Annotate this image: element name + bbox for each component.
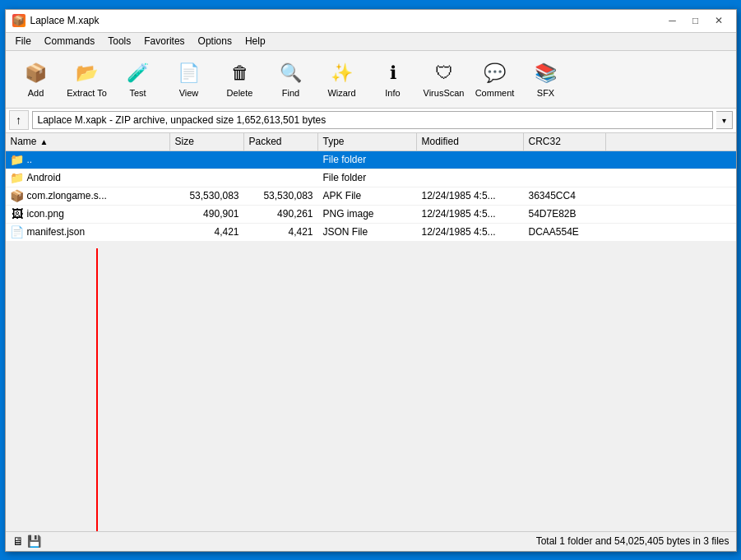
file-type-icon: 📄	[11, 225, 24, 238]
toolbar-icon-info: ℹ	[380, 60, 406, 86]
menu-item-favorites[interactable]: Favorites	[137, 34, 191, 49]
minimize-button[interactable]: ─	[662, 12, 683, 29]
file-data-cell	[524, 176, 606, 179]
file-name-cell: 📦com.zlongame.s...	[6, 187, 170, 204]
toolbar-icon-view: 📄	[176, 60, 202, 86]
toolbar-btn-test[interactable]: 🧪Test	[114, 54, 162, 104]
status-bar: 🖥 💾 Total 1 folder and 54,025,405 bytes …	[6, 531, 736, 551]
col-header-size[interactable]: Size	[170, 133, 244, 150]
menu-bar: FileCommandsToolsFavoritesOptionsHelp	[6, 33, 736, 51]
toolbar-btn-wizard[interactable]: ✨Wizard	[318, 54, 366, 104]
title-bar-left: 📦 Laplace M.xapk	[12, 14, 100, 27]
toolbar-icon-wizard: ✨	[329, 60, 355, 86]
toolbar-icon-add: 📦	[23, 60, 49, 86]
menu-item-options[interactable]: Options	[192, 34, 239, 49]
toolbar-label-delete: Delete	[227, 88, 253, 98]
file-data-cell: JSON File	[318, 224, 417, 239]
menu-item-tools[interactable]: Tools	[101, 34, 137, 49]
toolbar-label-sfx: SFX	[537, 88, 554, 98]
toolbar-btn-info[interactable]: ℹInfo	[369, 54, 417, 104]
file-type-icon: 📦	[11, 189, 24, 202]
menu-item-help[interactable]: Help	[239, 34, 272, 49]
toolbar-btn-view[interactable]: 📄View	[165, 54, 213, 104]
file-name-cell: 📁..	[6, 151, 170, 168]
title-controls: ─ □ ✕	[662, 12, 729, 29]
file-data-cell: 54D7E82B	[524, 206, 606, 221]
toolbar-icon-test: 🧪	[125, 60, 151, 86]
drive-icon: 💾	[27, 535, 41, 548]
file-data-cell: File folder	[318, 170, 417, 185]
toolbar-btn-add[interactable]: 📦Add	[12, 54, 60, 104]
col-header-name[interactable]: Name▲	[6, 133, 170, 150]
status-icons: 🖥 💾	[12, 535, 41, 548]
toolbar-label-comment: Comment	[475, 88, 515, 98]
toolbar-label-virusscan: VirusScan	[424, 88, 465, 98]
menu-item-file[interactable]: File	[9, 34, 38, 49]
file-data-cell: 36345CC4	[524, 188, 606, 203]
app-icon: 📦	[12, 14, 25, 27]
toolbar-btn-delete[interactable]: 🗑Delete	[216, 54, 264, 104]
window-title: Laplace M.xapk	[30, 15, 100, 26]
file-list: Name▲SizePackedTypeModifiedCRC32 📁..File…	[6, 133, 736, 242]
toolbar-icon-extract-to: 📂	[74, 60, 100, 86]
file-row[interactable]: 🖼icon.png490,901490,261PNG image12/24/19…	[6, 206, 736, 224]
address-dropdown[interactable]: ▾	[716, 111, 733, 129]
toolbar-label-extract-to: Extract To	[67, 88, 107, 98]
toolbar-btn-extract-to[interactable]: 📂Extract To	[63, 54, 111, 104]
file-name-cell: 📄manifest.json	[6, 224, 170, 240]
toolbar-label-info: Info	[385, 88, 400, 98]
toolbar-btn-find[interactable]: 🔍Find	[267, 54, 315, 104]
file-data-cell: 12/24/1985 4:5...	[417, 206, 524, 221]
title-bar: 📦 Laplace M.xapk ─ □ ✕	[6, 10, 736, 33]
file-data-cell	[170, 158, 244, 161]
file-data-cell: File folder	[318, 152, 417, 167]
close-button[interactable]: ✕	[708, 12, 729, 29]
file-data-cell: DCAA554E	[524, 224, 606, 239]
col-header-packed[interactable]: Packed	[244, 133, 318, 150]
file-type-icon: 📁	[11, 153, 24, 166]
file-rows: 📁..File folder📁AndroidFile folder📦com.zl…	[6, 151, 736, 242]
file-type-icon: 📁	[11, 171, 24, 184]
file-name-cell: 📁Android	[6, 169, 170, 186]
up-button[interactable]: ↑	[9, 110, 29, 130]
file-row[interactable]: 📦com.zlongame.s...53,530,08353,530,083AP…	[6, 187, 736, 206]
menu-item-commands[interactable]: Commands	[38, 34, 101, 49]
content-area: Name▲SizePackedTypeModifiedCRC32 📁..File…	[6, 133, 736, 531]
file-data-cell	[417, 158, 524, 161]
toolbar: 📦Add📂Extract To🧪Test📄View🗑Delete🔍Find✨Wi…	[6, 51, 736, 109]
status-text: Total 1 folder and 54,025,405 bytes in 3…	[536, 535, 729, 547]
col-header-type[interactable]: Type	[318, 133, 417, 150]
toolbar-icon-comment: 💬	[482, 60, 508, 86]
maximize-button[interactable]: □	[685, 12, 706, 29]
red-line-indicator	[96, 248, 98, 531]
toolbar-btn-virusscan[interactable]: 🛡VirusScan	[420, 54, 468, 104]
file-data-cell: 12/24/1985 4:5...	[417, 224, 524, 239]
file-type-icon: 🖼	[11, 207, 24, 220]
file-row[interactable]: 📁AndroidFile folder	[6, 169, 736, 187]
file-data-cell	[244, 176, 318, 179]
toolbar-icon-delete: 🗑	[227, 60, 253, 86]
file-row[interactable]: 📄manifest.json4,4214,421JSON File12/24/1…	[6, 224, 736, 242]
col-header-crc32[interactable]: CRC32	[524, 133, 606, 150]
toolbar-label-find: Find	[282, 88, 299, 98]
file-data-cell: 53,530,083	[170, 188, 244, 203]
file-row[interactable]: 📁..File folder	[6, 151, 736, 169]
file-data-cell	[244, 158, 318, 161]
file-data-cell: 4,421	[244, 224, 318, 239]
file-data-cell: 4,421	[170, 224, 244, 239]
toolbar-label-wizard: Wizard	[327, 88, 355, 98]
file-data-cell	[170, 176, 244, 179]
toolbar-btn-comment[interactable]: 💬Comment	[471, 54, 519, 104]
file-data-cell	[524, 158, 606, 161]
address-text: Laplace M.xapk - ZIP archive, unpacked s…	[38, 114, 327, 126]
file-data-cell: PNG image	[318, 206, 417, 221]
col-header-modified[interactable]: Modified	[417, 133, 524, 150]
status-left: 🖥 💾	[12, 535, 41, 548]
file-data-cell: 12/24/1985 4:5...	[417, 188, 524, 203]
file-data-cell: 53,530,083	[244, 188, 318, 203]
toolbar-label-test: Test	[129, 88, 146, 98]
toolbar-btn-sfx[interactable]: 📚SFX	[522, 54, 570, 104]
file-data-cell: 490,261	[244, 206, 318, 221]
toolbar-label-view: View	[179, 88, 199, 98]
main-window: 📦 Laplace M.xapk ─ □ ✕ FileCommandsTools…	[5, 9, 737, 552]
